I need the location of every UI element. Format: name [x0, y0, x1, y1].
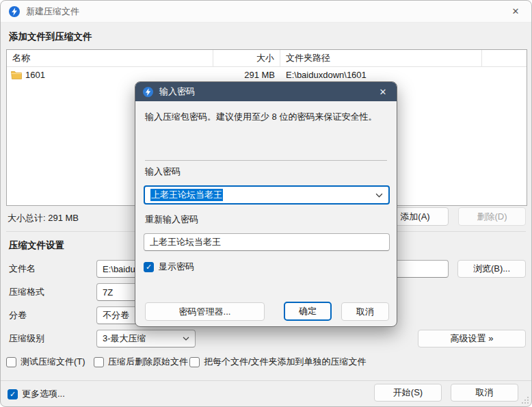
table-row[interactable]: 1601 291 MB E:\baiduxdown\1601 — [7, 67, 527, 82]
ok-button[interactable]: 确定 — [284, 302, 332, 321]
browse-button[interactable]: 浏览(B)... — [457, 260, 526, 278]
archive-settings-heading: 压缩文件设置 — [9, 239, 64, 252]
enter-password-dialog: 输入密码 ✕ 输入压缩包密码。建议使用至少 8 位的密码来保证安全性。 输入密码… — [135, 81, 397, 327]
advanced-settings-button[interactable]: 高级设置 » — [418, 330, 526, 347]
confirm-password-input[interactable]: 上老王论坛当老王 — [144, 233, 390, 251]
dialog-close-button[interactable]: ✕ — [369, 82, 397, 101]
checkbox-unchecked[interactable] — [94, 357, 104, 367]
more-options-label: 更多选项... — [22, 388, 65, 400]
password-selected-text: 上老王论坛当老王 — [150, 189, 223, 201]
column-header-name[interactable]: 名称 — [7, 50, 213, 66]
file-path: E:\baiduxdown\1601 — [280, 70, 482, 80]
test-archive-option[interactable]: 测试压缩文件(T) — [6, 356, 85, 368]
password-manager-button[interactable]: 密码管理器... — [145, 302, 265, 321]
file-list-header: 名称 大小 文件夹路径 — [7, 50, 527, 67]
column-header-path[interactable]: 文件夹路径 — [280, 50, 482, 66]
separator — [145, 160, 387, 161]
password-input[interactable]: 上老王论坛当老王 — [144, 185, 390, 205]
column-header-size[interactable]: 大小 — [213, 50, 280, 66]
format-label: 压缩格式 — [9, 283, 44, 301]
show-password-toggle[interactable]: ✓ 显示密码 — [144, 261, 194, 273]
filename-label: 文件名 — [9, 260, 36, 278]
test-archive-label: 测试压缩文件(T) — [21, 356, 85, 368]
start-button[interactable]: 开始(S) — [374, 384, 442, 402]
password-label: 输入密码 — [145, 166, 181, 178]
window-title: 新建压缩文件 — [26, 5, 79, 18]
level-select[interactable]: 3-最大压缩 — [96, 330, 196, 347]
checkbox-checked[interactable]: ✓ — [144, 262, 154, 272]
confirm-password-value: 上老王论坛当老王 — [150, 236, 221, 248]
more-options-toggle[interactable]: ✓ 更多选项... — [8, 388, 65, 400]
level-value: 3-最大压缩 — [103, 332, 146, 345]
cancel-button[interactable]: 取消 — [451, 384, 518, 402]
checkbox-unchecked[interactable] — [6, 357, 16, 367]
bandizip-logo-icon — [9, 6, 20, 17]
checkbox-unchecked[interactable] — [189, 357, 200, 367]
confirm-password-label: 重新输入密码 — [145, 213, 198, 226]
delete-after-label: 压缩后删除原始文件 — [108, 356, 188, 368]
chevron-down-icon — [375, 193, 383, 198]
folder-icon — [11, 70, 22, 79]
delete-button: 删除(D) — [458, 207, 526, 226]
titlebar: 新建压缩文件 ✕ — [1, 1, 531, 23]
dialog-cancel-button[interactable]: 取消 — [341, 302, 389, 321]
window-close-button[interactable]: ✕ — [500, 1, 531, 23]
dialog-title: 输入密码 — [159, 86, 195, 98]
file-name: 1601 — [25, 70, 45, 80]
volume-label: 分卷 — [9, 306, 27, 324]
page-title: 添加文件到压缩文件 — [9, 31, 92, 43]
new-archive-window: 新建压缩文件 ✕ 添加文件到压缩文件 名称 大小 文件夹路径 1601 291 … — [0, 0, 532, 407]
resize-grip[interactable] — [522, 397, 529, 404]
file-size: 291 MB — [213, 70, 280, 80]
show-password-label: 显示密码 — [159, 261, 194, 273]
separator — [1, 380, 531, 381]
format-value: 7Z — [103, 287, 113, 298]
level-label: 压缩级别 — [9, 330, 44, 347]
separate-archives-label: 把每个文件/文件夹添加到单独的压缩文件 — [204, 356, 367, 368]
checkbox-checked[interactable]: ✓ — [8, 389, 18, 399]
separate-archives-option[interactable]: 把每个文件/文件夹添加到单独的压缩文件 — [189, 356, 367, 368]
delete-after-option[interactable]: 压缩后删除原始文件 — [94, 356, 188, 368]
total-size-label: 大小总计: 291 MB — [8, 212, 79, 224]
dialog-titlebar: 输入密码 ✕ — [135, 82, 397, 101]
password-hint-text: 输入压缩包密码。建议使用至少 8 位的密码来保证安全性。 — [145, 111, 388, 123]
column-header-empty — [482, 50, 527, 66]
bandizip-logo-icon — [143, 87, 153, 97]
volume-value: 不分卷 — [103, 309, 129, 321]
chevron-down-icon — [183, 337, 189, 341]
